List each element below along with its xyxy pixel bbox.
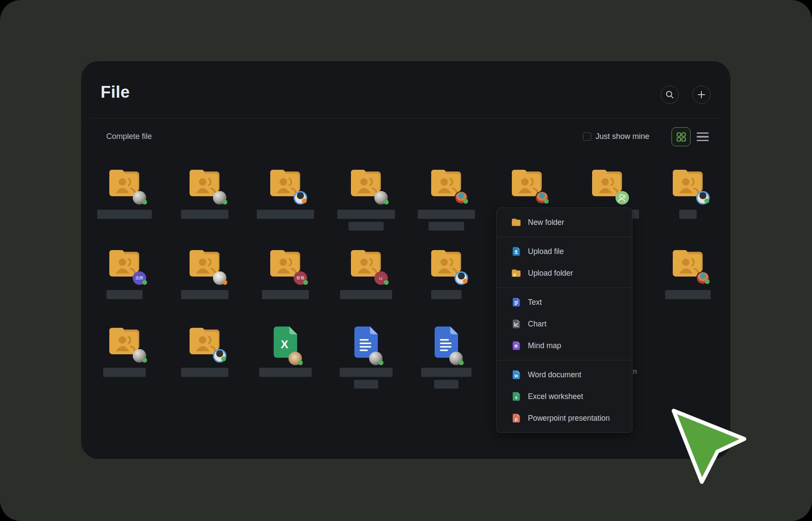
search-button[interactable] (661, 86, 679, 104)
text-doc-icon (511, 297, 521, 307)
section-label: Complete file (106, 132, 152, 141)
shared-folder-item[interactable] (406, 165, 487, 245)
status-dot-green (221, 356, 226, 361)
green-cursor-arrow (668, 405, 755, 492)
collaborator-avatar-stone (449, 352, 463, 365)
ppt-doc-icon: p (511, 413, 521, 423)
menu-item-upload-folder[interactable]: Upload folder (497, 262, 632, 284)
upload-file-icon (511, 246, 521, 257)
doc-file-item[interactable] (406, 323, 487, 412)
status-dot-green (384, 280, 389, 285)
collaborator-avatar-zhicheng: 志程 (133, 271, 146, 285)
collaborator-avatar-boy (696, 191, 710, 204)
status-dot-green (705, 279, 710, 284)
status-dot-green (298, 360, 303, 365)
shared-folder-item[interactable] (648, 245, 728, 323)
collaborator-avatar-stone (374, 191, 388, 204)
shared-folder-item[interactable] (84, 323, 165, 412)
menu-item-label: Excel worksheet (528, 392, 583, 401)
filename-skeleton (431, 290, 462, 299)
menu-item-text[interactable]: Text (497, 291, 632, 313)
new-folder-icon (511, 217, 521, 228)
menu-item-word-document[interactable]: w Word document (497, 364, 632, 386)
status-dot-orange (223, 280, 227, 285)
collaborator-avatar-tan (288, 352, 302, 365)
status-dot-green (142, 200, 147, 204)
collaborator-avatar-kid (696, 271, 710, 285)
filename-skeleton (434, 380, 458, 389)
svg-text:X: X (281, 338, 288, 351)
shared-folder-item[interactable]: 世旭 (245, 245, 326, 323)
collaborator-avatar-kid (535, 191, 549, 204)
menu-item-label: Upload folder (528, 269, 573, 278)
shared-folder-item[interactable]: 志程 (84, 245, 165, 323)
grid-view-button[interactable] (671, 127, 691, 146)
status-dot-green (223, 200, 227, 204)
status-dot-green (384, 200, 389, 204)
word-doc-icon: w (511, 369, 521, 380)
shared-folder-item[interactable] (326, 165, 406, 245)
mindmap-doc-icon (511, 340, 521, 351)
plus-icon (697, 90, 706, 99)
status-dot-green (459, 360, 464, 365)
filename-skeleton (354, 380, 378, 389)
shared-folder-item[interactable] (165, 165, 246, 245)
excel-file-item[interactable]: X (245, 323, 326, 412)
status-dot-green (544, 199, 549, 204)
menu-item-excel-worksheet[interactable]: x Excel worksheet (497, 386, 632, 407)
collaborator-avatar-stone (369, 352, 383, 365)
shared-folder-item[interactable] (84, 165, 165, 245)
status-dot-green (142, 280, 147, 285)
grid-view-icon (676, 132, 687, 142)
filename-skeleton (181, 210, 229, 219)
collaborator-avatar-cat (213, 271, 226, 285)
menu-group: Text Chart Mind map (497, 287, 632, 360)
shared-folder-item[interactable] (648, 165, 728, 245)
just-show-mine-label[interactable]: Just show mine (596, 132, 649, 141)
filename-skeleton (103, 368, 146, 377)
shared-folder-item[interactable] (245, 165, 326, 245)
collaborator-avatar-stone (133, 349, 146, 363)
filename-skeleton (340, 290, 392, 299)
filename-skeleton (429, 222, 464, 231)
upload-folder-icon (511, 268, 521, 278)
screen: File Complete file Just show mine (0, 0, 812, 521)
shared-folder-item[interactable] (165, 245, 246, 323)
shared-folder-item[interactable]: LI (326, 245, 406, 323)
filename-skeleton (337, 210, 395, 219)
status-dot-orange (463, 279, 468, 284)
svg-text:w: w (514, 373, 518, 378)
status-dot-green (379, 360, 383, 365)
menu-item-mind-map[interactable]: Mind map (497, 335, 632, 356)
menu-group: w Word document x Excel worksheet p Powe… (497, 360, 632, 432)
filename-skeleton (348, 222, 383, 231)
collaborator-avatar-li: LI (374, 271, 388, 285)
list-view-button[interactable] (697, 131, 709, 143)
page-title: File (101, 83, 130, 102)
status-dot-green (142, 358, 147, 363)
filename-skeleton (679, 210, 697, 219)
shared-folder-item[interactable] (406, 245, 487, 323)
obscured-filename-fragment: n (633, 367, 637, 376)
excel-doc-icon: x (511, 391, 521, 402)
doc-file-item[interactable] (326, 323, 406, 412)
collaborator-avatar-boy (455, 271, 468, 285)
chart-doc-icon (511, 319, 521, 329)
add-button[interactable] (692, 86, 710, 104)
file-app-window: File Complete file Just show mine (81, 61, 730, 459)
collaborator-avatar-share (616, 191, 629, 204)
menu-item-chart[interactable]: Chart (497, 313, 632, 335)
filename-skeleton (259, 368, 311, 377)
collaborator-avatar-shixu: 世旭 (294, 271, 307, 285)
filename-skeleton (418, 210, 475, 219)
menu-item-powerpoint-presentation[interactable]: p Powerpoint presentation (497, 407, 632, 429)
shared-folder-item[interactable] (165, 323, 246, 412)
svg-text:x: x (515, 395, 517, 400)
filename-skeleton (181, 290, 229, 299)
status-dot-green (463, 199, 468, 204)
menu-item-upload-file[interactable]: Upload file (497, 241, 632, 262)
filename-skeleton (340, 368, 393, 377)
menu-item-new-folder[interactable]: New folder (497, 211, 632, 233)
collaborator-avatar-stone (133, 191, 146, 204)
just-show-mine-checkbox[interactable] (583, 132, 591, 141)
